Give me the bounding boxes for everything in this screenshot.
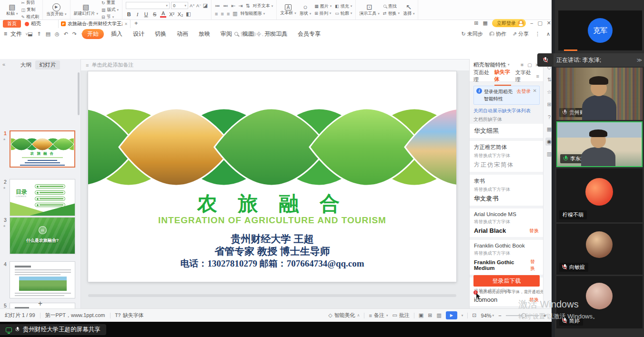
superscript-button[interactable]: X²: [169, 11, 175, 17]
login-button[interactable]: 立即登录: [492, 19, 526, 27]
replace-link[interactable]: 替换: [529, 228, 539, 234]
redo-icon[interactable]: ↷: [72, 31, 77, 37]
tab-missing-fonts[interactable]: 缺失字体: [494, 67, 511, 86]
align-text-button[interactable]: 对齐文本▾: [253, 3, 273, 9]
paste-button[interactable]: ▧粘贴▾: [6, 3, 18, 16]
collab-button[interactable]: 协作: [489, 30, 506, 38]
hamburger-icon[interactable]: ≡: [4, 30, 7, 37]
go-login-link[interactable]: 去登录: [517, 88, 531, 95]
participant-tile-ningmeng[interactable]: 柠檬不萌: [556, 168, 643, 222]
close-window-button[interactable]: ✕: [547, 20, 551, 26]
slideshow-play-button[interactable]: ▶: [446, 311, 457, 319]
missing-font-status[interactable]: T? 缺失字体: [115, 312, 144, 319]
columns-icon[interactable]: ▥: [232, 10, 237, 17]
replace-link[interactable]: 替换: [529, 297, 539, 303]
menu-animation[interactable]: 动画: [171, 29, 193, 39]
shape-button[interactable]: ○形状▾: [300, 3, 312, 16]
zoom-slider[interactable]: [506, 315, 539, 316]
command-search[interactable]: 查找命令、搜索模板: [234, 30, 288, 38]
align-center-icon[interactable]: ≡: [221, 11, 223, 17]
sorter-view-icon[interactable]: ⊞: [428, 312, 432, 318]
font-card[interactable]: 方正稚艺简体 将替换成下方字体 方正仿宋简体: [470, 141, 543, 172]
replace-link[interactable]: 替换: [530, 258, 539, 272]
print-icon[interactable]: ▤: [46, 31, 50, 37]
participant-tile-kejun[interactable]: 克军: [558, 10, 642, 50]
export-icon[interactable]: ⇑: [37, 31, 41, 37]
disable-auto-show-link[interactable]: 关闭自动展示缺失字体列表: [473, 108, 531, 114]
minimize-button[interactable]: −: [530, 20, 533, 26]
slide-title[interactable]: 农 旅 融 合: [88, 190, 456, 217]
dismiss-banner-icon[interactable]: ✕: [533, 88, 537, 93]
slide-subtitle[interactable]: INTEGRATION OF AGRICULTURE AND TOURISM: [88, 215, 456, 226]
menu-transition[interactable]: 切换: [150, 29, 171, 39]
collapse-ribbon-icon[interactable]: ∧: [546, 31, 550, 37]
sync-status[interactable]: ↻未同步: [462, 30, 483, 38]
fill-button[interactable]: ◧填充▾: [335, 3, 352, 10]
slide-contact-line[interactable]: 电话：13027810279 邮箱：707664734@qq.com: [88, 258, 456, 270]
thumbnail-scrollbar[interactable]: [78, 72, 80, 115]
docer-tab[interactable]: 稻壳: [25, 20, 41, 28]
indent-right-icon[interactable]: ⇥: [238, 3, 242, 9]
font-card[interactable]: Arial Unicode MS 将替换成下方字体 Arial Black 替换: [470, 208, 543, 237]
zoom-level[interactable]: 94%▾: [481, 313, 494, 318]
add-slide-button[interactable]: +: [0, 299, 80, 308]
present-tools-button[interactable]: ⊡演示工具▾: [359, 3, 380, 16]
share-button[interactable]: ⇗分享: [513, 30, 529, 38]
find-button[interactable]: 查找: [383, 3, 400, 10]
notes-button[interactable]: ≡ 备注 ▾: [369, 312, 388, 319]
slide-thumbnail-4[interactable]: [10, 261, 75, 298]
font-color-button[interactable]: A: [160, 10, 166, 18]
slide-role-line[interactable]: 省管专家 教授 博士生导师: [88, 245, 456, 258]
normal-view-icon[interactable]: ▣: [419, 312, 423, 318]
more-icon[interactable]: ⋮: [535, 31, 540, 37]
workspace-icon[interactable]: ⊞: [474, 20, 478, 26]
undo-icon[interactable]: ↶: [64, 31, 68, 37]
menu-design[interactable]: 设计: [128, 29, 150, 39]
numbering-icon[interactable]: ≕: [223, 3, 228, 9]
participant-tile-lidongze[interactable]: 李东泽: [556, 121, 643, 167]
participant-tile-wangchao[interactable]: 贵州财经大学王超: [556, 68, 643, 120]
play-from-current-button[interactable]: ▶当页开始▾: [46, 3, 67, 17]
indent-left-icon[interactable]: ⇤: [231, 3, 235, 9]
bullets-icon[interactable]: ≔: [215, 3, 220, 9]
participant-tile-xiangminxuan[interactable]: 向敏媗: [556, 224, 643, 275]
zoom-out-button[interactable]: −: [498, 313, 501, 318]
picture-button[interactable]: ▦图片▾: [314, 3, 332, 10]
zoom-slider-knob[interactable]: [521, 313, 526, 318]
textbox-button[interactable]: A文本框▾: [280, 4, 296, 16]
clear-format-icon[interactable]: ◪: [203, 2, 208, 9]
outline-button[interactable]: ▭轮廓▾: [335, 10, 352, 17]
slide-thumbnail-3[interactable]: 01 什么是农旅融合?: [10, 217, 75, 254]
file-menu[interactable]: 文件: [10, 30, 22, 38]
fit-page-icon[interactable]: ⊡: [472, 312, 476, 318]
font-card[interactable]: 华文细黑: [470, 124, 543, 138]
underline-button[interactable]: U: [143, 11, 149, 17]
decrease-font-icon[interactable]: A⁻: [196, 3, 201, 8]
tab-text-process[interactable]: 文字处理: [515, 69, 532, 83]
smart-beautify-button[interactable]: ◇ 智能美化 ∧: [328, 312, 360, 319]
panel-menu-icon[interactable]: ≡: [536, 73, 539, 79]
tab-page-process[interactable]: 页面处理: [473, 69, 490, 83]
zoom-in-button[interactable]: +: [543, 313, 546, 318]
read-view-icon[interactable]: ▥: [436, 312, 441, 318]
menu-start[interactable]: 开始: [82, 29, 104, 39]
slide-thumbnail-2[interactable]: 目录 CONTENTS: [10, 179, 75, 216]
slide-page[interactable]: 农 旅 融 合 INTEGRATION OF AGRICULTURE AND T…: [88, 71, 456, 282]
select-button[interactable]: ↖选择▾: [403, 3, 415, 16]
notes-bar[interactable]: ≡ 单击此处添加备注: [81, 59, 469, 70]
menu-member[interactable]: 会员专享: [292, 29, 326, 39]
font-family-select[interactable]: ▾: [126, 2, 170, 9]
font-size-select[interactable]: 0▾: [171, 2, 188, 9]
editing-canvas[interactable]: 农 旅 融 合 INTEGRATION OF AGRICULTURE AND T…: [81, 59, 469, 308]
comment-button[interactable]: ▭ 批注: [392, 312, 409, 319]
new-tab-button[interactable]: +: [134, 20, 138, 27]
cut-button[interactable]: ✂剪切: [21, 0, 40, 6]
participant-tile-jianting[interactable]: 简婷: [556, 276, 643, 328]
reset-button[interactable]: ↻重置: [101, 0, 119, 6]
grid-icon[interactable]: ▦: [483, 20, 488, 26]
preview-icon[interactable]: ◎: [55, 31, 60, 37]
italic-button[interactable]: I: [134, 11, 141, 17]
align-right-icon[interactable]: ≡: [227, 11, 230, 17]
gear-icon[interactable]: ✳: [520, 62, 524, 68]
close-tab-icon[interactable]: ✕: [124, 22, 128, 26]
